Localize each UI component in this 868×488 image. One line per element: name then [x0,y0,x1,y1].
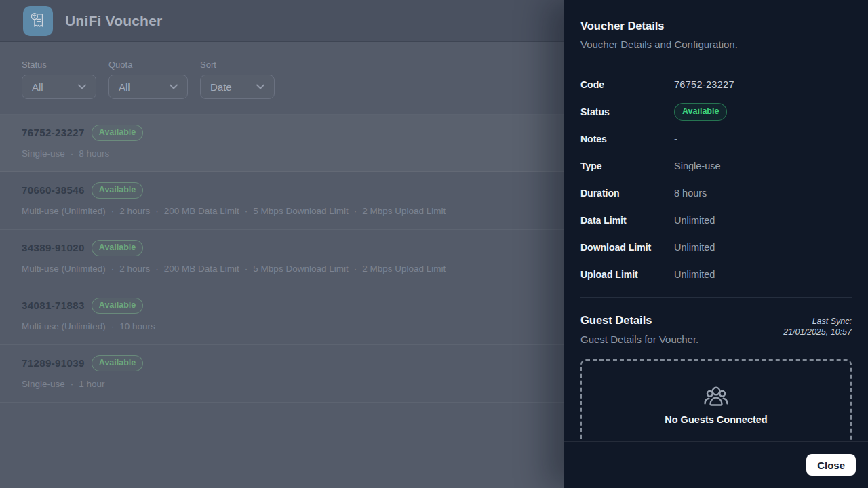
detail-field-value: Unlimited [674,269,715,280]
chevron-down-icon [256,84,264,89]
voucher-meta: Multi-use (Unlimited)·2 hours·200 MB Dat… [22,206,542,216]
voucher-code: 71289-91039 [22,357,85,369]
voucher-details-drawer: Voucher Details Voucher Details and Conf… [564,0,868,488]
drawer-title: Voucher Details [580,20,852,33]
section-divider [580,297,852,298]
quota-filter-label: Quota [108,60,188,70]
detail-field-row: Data Limit Unlimited [580,207,852,234]
voucher-list-item[interactable]: 34389-91020 Available Multi-use (Unlimit… [0,230,564,287]
voucher-list: 76752-23227 Available Single-use·8 hours… [0,114,564,403]
guests-group-icon [702,385,730,408]
status-filter-value: All [32,81,43,93]
filter-status: Status All [22,60,96,99]
voucher-status-badge: Available [92,240,143,256]
sort-filter-select[interactable]: Date [200,75,275,99]
last-sync-value: 21/01/2025, 10:57 [783,327,852,338]
voucher-list-item[interactable]: 76752-23227 Available Single-use·8 hours [0,115,564,172]
status-filter-label: Status [22,60,96,70]
detail-field-label: Upload Limit [580,269,674,280]
detail-field-value: Unlimited [674,215,715,226]
voucher-status-badge: Available [92,355,143,371]
voucher-list-item[interactable]: 70660-38546 Available Multi-use (Unlimit… [0,172,564,230]
detail-field-row: Duration 8 hours [580,180,852,207]
detail-field-row: Upload Limit Unlimited [580,261,852,288]
voucher-code: 70660-38546 [22,184,85,196]
detail-field-label: Status [580,106,674,117]
sort-filter-label: Sort [200,60,275,70]
detail-field-row: Code 76752-23227 [580,71,852,98]
drawer-subtitle: Voucher Details and Configuration. [580,39,852,50]
drawer-body: Voucher Details Voucher Details and Conf… [564,0,868,441]
status-available-badge: Available [674,103,727,121]
voucher-status-badge: Available [92,182,143,199]
voucher-status-badge: Available [92,298,143,314]
page-title: UniFi Voucher [65,13,162,29]
voucher-meta: Single-use·8 hours [22,148,542,159]
detail-field-label: Notes [580,134,674,144]
detail-field-value: - [674,134,677,144]
detail-field-value: 76752-23227 [674,79,734,90]
voucher-meta: Multi-use (Unlimited)·10 hours [22,321,542,331]
detail-field-row: Notes - [580,125,852,152]
detail-field-value: Single-use [674,161,721,171]
voucher-fields: Code 76752-23227 Status Available Notes … [580,71,852,288]
guests-empty-state: No Guests Connected [580,359,852,441]
detail-field-value: 8 hours [674,188,707,199]
no-guests-message: No Guests Connected [665,414,767,425]
detail-field-row: Status Available [580,98,852,125]
last-sync: Last Sync: 21/01/2025, 10:57 [783,314,852,338]
chevron-down-icon [170,84,178,89]
detail-field-row: Type Single-use [580,152,852,180]
voucher-list-item[interactable]: 34081-71883 Available Multi-use (Unlimit… [0,287,564,345]
detail-field-value: Unlimited [674,242,715,253]
app-logo [23,6,53,36]
chevron-down-icon [78,84,86,89]
voucher-receipt-wifi-icon [27,9,49,33]
guest-section-title: Guest Details [580,314,698,327]
drawer-footer: Close [564,441,868,488]
status-filter-select[interactable]: All [22,75,96,99]
last-sync-label: Last Sync: [783,316,852,327]
detail-field-label: Data Limit [580,215,674,226]
voucher-code: 34081-71883 [22,300,85,311]
quota-filter-value: All [119,81,130,93]
quota-filter-select[interactable]: All [108,75,188,99]
voucher-meta: Multi-use (Unlimited)·2 hours·200 MB Dat… [22,264,542,274]
filter-quota: Quota All [108,60,188,99]
detail-field-row: Download Limit Unlimited [580,234,852,261]
guest-section-subtitle: Guest Details for Voucher. [580,333,698,345]
detail-field-label: Code [580,79,674,90]
voucher-code: 34389-91020 [22,242,85,253]
guest-section-header: Guest Details Guest Details for Voucher.… [580,314,852,345]
voucher-status-badge: Available [92,125,143,141]
detail-field-label: Type [580,161,674,171]
sort-filter-value: Date [210,81,232,93]
detail-field-label: Duration [580,188,674,199]
voucher-meta: Single-use·1 hour [22,379,542,389]
voucher-list-item[interactable]: 71289-91039 Available Single-use·1 hour [0,345,564,403]
voucher-code: 76752-23227 [22,127,85,138]
detail-field-label: Download Limit [580,242,674,253]
close-button[interactable]: Close [806,454,856,476]
filter-bar: Status All Quota All Sort Date [0,42,564,99]
filter-sort: Sort Date [200,60,275,99]
